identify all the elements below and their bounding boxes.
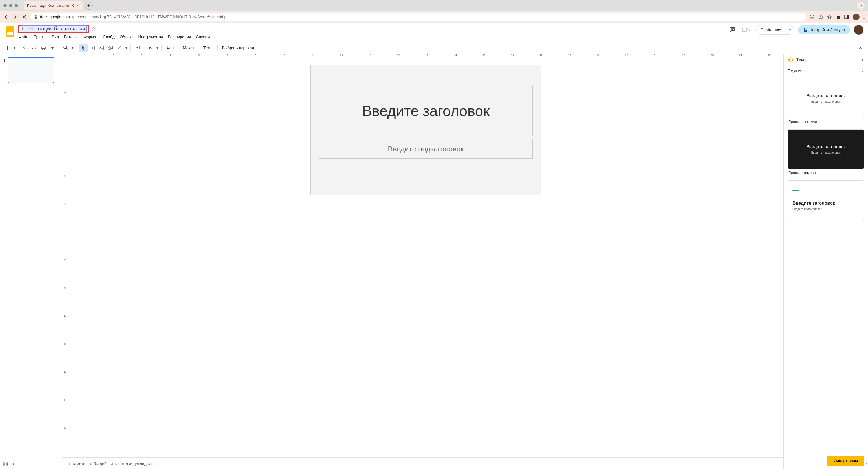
menu-help[interactable]: Справка — [196, 35, 211, 39]
slides-logo[interactable] — [4, 26, 16, 37]
menu-format[interactable]: Формат — [84, 35, 98, 39]
doc-title-input[interactable]: Презентация без названия — [21, 25, 87, 32]
slideshow-dropdown[interactable]: ▾ — [786, 26, 794, 34]
explore-icon[interactable] — [3, 462, 8, 466]
menu-edit[interactable]: Правка — [33, 35, 46, 39]
share-icon[interactable] — [818, 14, 823, 19]
slideshow-main[interactable]: Слайд-шоу — [755, 25, 786, 34]
ruler-horizontal: 1234567891011121314151617181920212223242… — [62, 54, 783, 59]
slide-canvas[interactable]: Введите заголовок Введите подзаголовок — [310, 65, 541, 195]
import-theme-button[interactable]: Импорт темы — [827, 456, 864, 466]
transition-button[interactable]: Выбрать переход — [220, 45, 256, 50]
title-placeholder[interactable]: Введите заголовок — [319, 86, 533, 136]
shape-tool[interactable] — [106, 44, 115, 52]
stop-button[interactable] — [22, 14, 27, 20]
new-tab-button[interactable]: + — [85, 2, 93, 9]
layout-button[interactable]: Макет — [181, 45, 196, 50]
ruler-tick: 4 — [62, 146, 68, 174]
menu-view[interactable]: Вид — [52, 35, 59, 39]
new-slide-button[interactable] — [3, 44, 12, 52]
theme-preview-dark[interactable]: Введите заголовок Введите подзаголовок — [788, 130, 864, 169]
window-minimize[interactable] — [9, 4, 12, 7]
forward-button[interactable] — [12, 14, 18, 20]
share-button[interactable]: Настройки Доступа — [798, 25, 850, 34]
ruler-tick: 12 — [62, 370, 68, 399]
comments-icon[interactable] — [727, 25, 737, 35]
svg-point-6 — [864, 16, 864, 17]
line-dropdown[interactable]: ▾ — [124, 44, 128, 52]
svg-point-23 — [791, 59, 792, 59]
zoom-dropdown[interactable]: ▾ — [70, 44, 74, 52]
close-panel-icon[interactable]: ✕ — [860, 58, 864, 63]
tabs-dropdown[interactable] — [857, 2, 865, 9]
ruler-tick: 1 — [62, 62, 68, 90]
format-text-dropdown[interactable]: ▾ — [155, 44, 159, 52]
tab-bar: Презентация без названия - С × + — [0, 0, 868, 11]
select-tool[interactable] — [79, 44, 88, 52]
undo-button[interactable] — [21, 44, 30, 52]
theme-card: Введите заголовок Введите подзаголовок — [788, 180, 864, 220]
theme-preview-title: Введите заголовок — [806, 144, 845, 149]
collapse-toolbar-button[interactable] — [856, 44, 865, 52]
slide-thumbnail[interactable] — [8, 57, 54, 83]
ruler-tick: 14 — [62, 427, 68, 455]
ruler-tick: 24 — [726, 54, 755, 57]
gtranslate-icon[interactable] — [809, 14, 814, 20]
paint-format-button[interactable] — [48, 44, 57, 52]
browser-tab[interactable]: Презентация без названия - С × — [24, 1, 83, 10]
menu-tools[interactable]: Инструменты — [138, 35, 163, 39]
line-tool[interactable] — [115, 44, 124, 52]
ruler-tick: 7 — [62, 230, 68, 259]
new-slide-dropdown[interactable]: ▾ — [12, 44, 17, 52]
menu-insert[interactable]: Вставка — [64, 35, 79, 39]
image-tool[interactable] — [97, 44, 106, 52]
theme-preview-subtitle: Введите подзаголовок — [793, 207, 822, 210]
comment-tool[interactable] — [133, 44, 142, 52]
url-field[interactable]: docs.google.com/presentation/d/1-qp78zwC… — [30, 13, 806, 21]
ruler-tick: 10 — [62, 314, 68, 343]
theme-preview-accent[interactable]: Введите заголовок Введите подзаголовок — [788, 180, 864, 220]
redo-button[interactable] — [30, 44, 39, 52]
zoom-button[interactable] — [61, 44, 70, 52]
textbox-tool[interactable] — [88, 44, 97, 52]
ruler-tick: 19 — [584, 54, 612, 57]
menu-extensions[interactable]: Расширения — [168, 35, 191, 39]
subtitle-placeholder[interactable]: Введите подзаголовок — [319, 139, 533, 159]
ruler-tick: 20 — [612, 54, 641, 57]
format-text-tool[interactable]: Ру — [146, 44, 155, 52]
speaker-notes[interactable]: Нажмите, чтобы добавить заметки докладчи… — [62, 458, 783, 469]
window-close[interactable] — [3, 4, 7, 7]
extensions-icon[interactable] — [836, 14, 840, 19]
print-button[interactable] — [39, 44, 48, 52]
ruler-tick: 25 — [755, 54, 783, 57]
svg-point-22 — [790, 58, 790, 59]
back-button[interactable] — [3, 14, 9, 20]
meet-icon[interactable]: ▾ — [741, 25, 751, 35]
themes-current-toggle[interactable]: Текущие ⌄ — [784, 66, 868, 75]
profile-avatar[interactable] — [853, 13, 860, 20]
url-path: /presentation/d/1-qp78zwChWsYUs3B1SUnl12… — [72, 14, 226, 19]
background-button[interactable]: Фон — [164, 45, 176, 50]
close-tab-icon[interactable]: × — [77, 3, 79, 8]
menu-object[interactable]: Объект — [120, 35, 133, 39]
ruler-tick: 11 — [62, 343, 68, 371]
chevron-left-icon[interactable] — [12, 462, 14, 466]
ruler-tick: 16 — [498, 54, 527, 57]
more-icon[interactable] — [864, 14, 865, 19]
star-icon[interactable]: ☆ — [91, 26, 96, 32]
sidepanel-icon[interactable] — [844, 14, 849, 19]
canvas-stage[interactable]: Введите заголовок Введите подзаголовок — [68, 59, 783, 458]
theme-preview-light[interactable]: Введите заголовок Введите подзаголовок — [788, 78, 864, 118]
account-avatar[interactable] — [854, 25, 864, 35]
window-maximize[interactable] — [14, 4, 18, 7]
menu-slide[interactable]: Слайд — [103, 35, 115, 39]
svg-rect-24 — [4, 462, 5, 463]
menu-file[interactable]: Файл — [19, 35, 28, 39]
url-host: docs.google.com — [40, 14, 70, 19]
ruler-tick: 21 — [641, 54, 669, 57]
ruler-tick: 1 — [70, 54, 99, 57]
theme-button[interactable]: Тема — [201, 45, 215, 50]
svg-rect-11 — [41, 47, 45, 49]
bookmark-star-icon[interactable] — [827, 14, 832, 20]
chevron-left-side-icon[interactable]: ‹ — [865, 462, 867, 466]
